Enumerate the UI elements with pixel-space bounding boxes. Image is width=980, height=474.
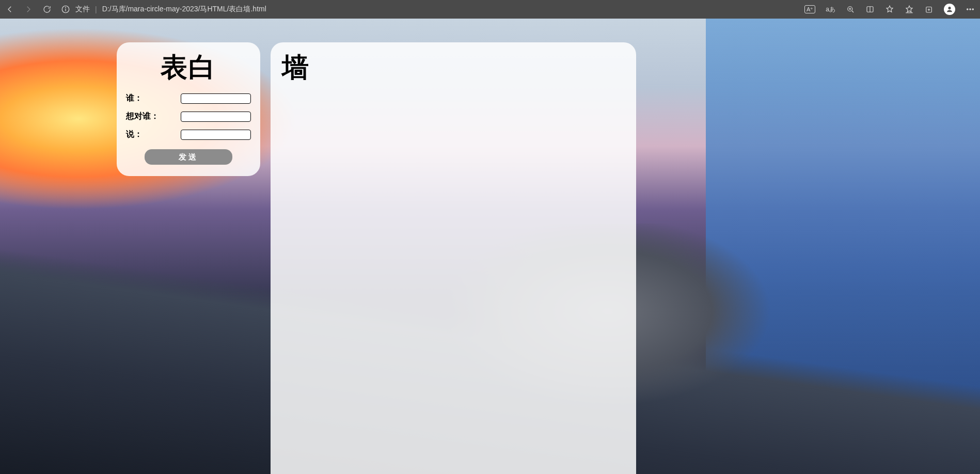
confession-form-panel: 表白 谁： 想对谁： 说： 发送	[117, 42, 260, 176]
profile-icon[interactable]	[944, 4, 955, 15]
favorite-icon[interactable]	[885, 5, 894, 14]
separator: |	[95, 5, 97, 13]
to-whom-label: 想对谁：	[126, 111, 159, 122]
svg-point-14	[967, 9, 968, 10]
translate-icon[interactable]: aあ	[826, 5, 835, 14]
split-screen-icon[interactable]	[865, 5, 875, 14]
back-icon[interactable]	[5, 5, 14, 14]
confession-wall-panel: 墙	[271, 42, 636, 474]
page-viewport: 表白 谁： 想对谁： 说： 发送 墙	[0, 19, 980, 474]
browser-toolbar: 文件 | D:/马库/mara-circle-may-2023/马HTML/表白…	[0, 0, 980, 19]
say-input[interactable]	[181, 130, 251, 140]
wall-title: 墙	[282, 50, 625, 86]
form-row-towhom: 想对谁：	[126, 111, 251, 122]
zoom-icon[interactable]	[846, 5, 855, 14]
address-bar[interactable]: 文件 | D:/马库/mara-circle-may-2023/马HTML/表白…	[61, 5, 795, 14]
more-icon[interactable]	[966, 5, 975, 14]
refresh-icon[interactable]	[42, 5, 52, 14]
read-aloud-icon[interactable]: A⁺	[804, 5, 815, 13]
svg-point-15	[970, 9, 971, 10]
svg-point-2	[66, 7, 66, 8]
svg-line-4	[852, 11, 853, 12]
info-icon[interactable]	[61, 5, 70, 14]
form-row-say: 说：	[126, 129, 251, 140]
who-label: 谁：	[126, 93, 143, 104]
file-label: 文件	[75, 5, 90, 14]
collections-icon[interactable]	[924, 5, 934, 14]
url-text: D:/马库/mara-circle-may-2023/马HTML/表白墙.htm…	[102, 5, 266, 14]
favorites-bar-icon[interactable]	[905, 5, 914, 14]
svg-point-13	[949, 7, 951, 9]
forward-icon[interactable]	[24, 5, 33, 14]
say-label: 说：	[126, 129, 143, 140]
form-row-who: 谁：	[126, 93, 251, 104]
to-whom-input[interactable]	[181, 112, 251, 122]
send-button[interactable]: 发送	[145, 149, 232, 165]
who-input[interactable]	[181, 93, 251, 104]
form-title: 表白	[126, 50, 251, 86]
svg-point-16	[972, 9, 973, 10]
